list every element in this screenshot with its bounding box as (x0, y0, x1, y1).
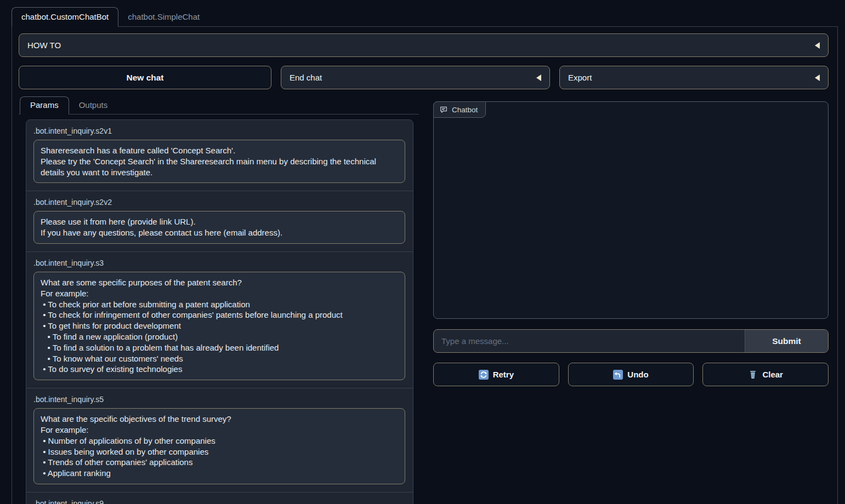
tab-simple-chat[interactable]: chatbot.SimpleChat (118, 8, 209, 26)
new-chat-button[interactable]: New chat (19, 66, 271, 89)
field-label: .bot.intent_inquiry.s2v1 (33, 127, 405, 135)
form-item: .bot.intent_inquiry.s9 (26, 492, 413, 504)
export-accordion[interactable]: Export (559, 66, 829, 89)
end-chat-label: End chat (290, 73, 322, 82)
undo-button[interactable]: Undo (568, 363, 694, 386)
field-label: .bot.intent_inquiry.s3 (33, 259, 405, 267)
params-tab-nav: Params Outputs (19, 96, 419, 114)
params-column: Params Outputs .bot.intent_inquiry.s2v1 … (19, 96, 419, 504)
top-tab-nav: chatbot.CustomChatBot chatbot.SimpleChat (12, 7, 838, 26)
field-textarea[interactable]: What are some specific purposes of the p… (33, 272, 405, 380)
export-label: Export (568, 73, 592, 82)
chatbot-label-text: Chatbot (452, 106, 478, 114)
end-chat-accordion[interactable]: End chat (281, 66, 550, 89)
tab-content: HOW TO New chat End chat Export Params O… (12, 26, 838, 504)
field-textarea[interactable]: Shareresearch has a feature called 'Conc… (33, 140, 405, 183)
tab-params[interactable]: Params (20, 96, 69, 114)
app-root: chatbot.CustomChatBot chatbot.SimpleChat… (0, 0, 845, 504)
chat-column: Chatbot Submit (433, 96, 829, 386)
submit-button[interactable]: Submit (745, 330, 828, 352)
accordion-arrow-icon (815, 42, 820, 49)
clear-label: Clear (762, 370, 783, 379)
params-form: .bot.intent_inquiry.s2v1 Shareresearch h… (26, 119, 413, 504)
retry-button[interactable]: Retry (433, 363, 559, 386)
howto-label: HOW TO (27, 41, 61, 50)
form-item: .bot.intent_inquiry.s5 What are the spec… (26, 388, 413, 492)
clear-button[interactable]: Clear (702, 363, 829, 386)
message-input[interactable] (434, 330, 745, 352)
accordion-arrow-icon (815, 75, 820, 81)
tab-outputs[interactable]: Outputs (69, 97, 118, 114)
form-item: .bot.intent_inquiry.s2v1 Shareresearch h… (26, 120, 413, 191)
field-label: .bot.intent_inquiry.s9 (33, 499, 405, 504)
params-tabitem: .bot.intent_inquiry.s2v1 Shareresearch h… (19, 114, 419, 504)
field-label: .bot.intent_inquiry.s5 (33, 395, 405, 404)
chatbot-label: Chatbot (433, 101, 486, 118)
form-item: .bot.intent_inquiry.s2v2 Please use it f… (26, 191, 413, 251)
retry-label: Retry (493, 370, 514, 379)
howto-accordion[interactable]: HOW TO (19, 33, 829, 57)
main-row: Params Outputs .bot.intent_inquiry.s2v1 … (19, 96, 829, 504)
undo-icon (613, 370, 623, 380)
chatbot-panel: Chatbot (433, 101, 829, 319)
tab-custom-chatbot[interactable]: chatbot.CustomChatBot (12, 7, 118, 27)
actions-row: New chat End chat Export (19, 66, 829, 89)
field-textarea[interactable]: Please use it from here (provide link UR… (33, 211, 405, 244)
message-composer: Submit (433, 329, 829, 353)
chat-actions-row: Retry Undo (433, 363, 829, 386)
accordion-arrow-icon (536, 75, 541, 81)
chat-bubble-icon (439, 105, 448, 114)
field-label: .bot.intent_inquiry.s2v2 (33, 198, 405, 207)
form-item: .bot.intent_inquiry.s3 What are some spe… (26, 251, 413, 388)
field-textarea[interactable]: What are the specific objectives of the … (33, 408, 405, 484)
trash-icon (748, 370, 758, 380)
retry-icon (479, 370, 489, 380)
undo-label: Undo (627, 370, 648, 379)
